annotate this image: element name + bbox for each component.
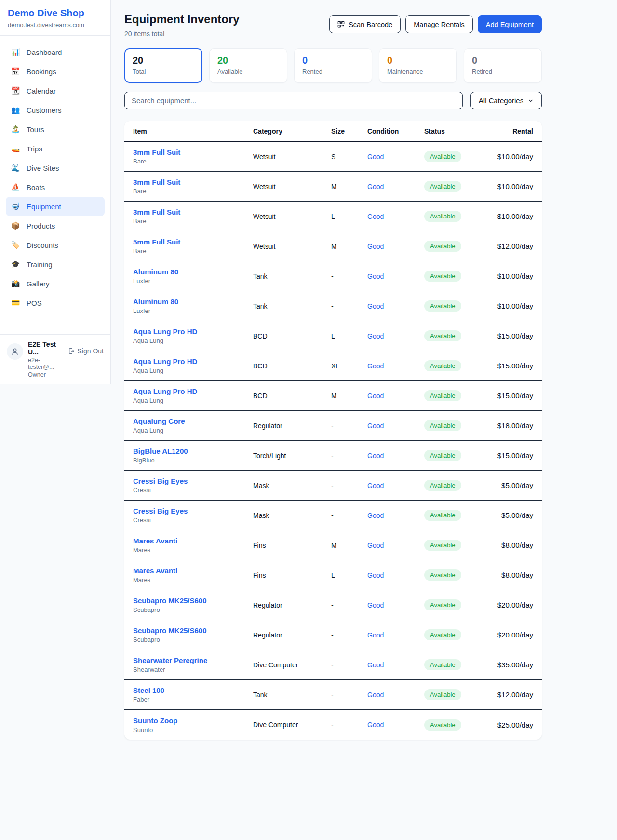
category-cell: Fins xyxy=(253,542,331,549)
condition-link[interactable]: Good xyxy=(367,571,384,579)
manage-rentals-button[interactable]: Manage Rentals xyxy=(405,15,473,33)
item-brand: Cressi xyxy=(133,516,253,524)
status-badge: Available xyxy=(424,211,461,222)
col-size: Size xyxy=(331,127,367,135)
condition-link[interactable]: Good xyxy=(367,512,384,519)
item-cell: Steel 100Faber xyxy=(133,686,253,703)
item-name-link[interactable]: Aqualung Core xyxy=(133,417,253,425)
condition-link[interactable]: Good xyxy=(367,213,384,220)
stat-card-maintenance[interactable]: 0Maintenance xyxy=(379,48,457,83)
sidebar-item-bookings[interactable]: 📅Bookings xyxy=(6,62,105,81)
status-cell: Available xyxy=(424,390,480,401)
item-name-link[interactable]: BigBlue AL1200 xyxy=(133,447,253,455)
sidebar-item-training[interactable]: 🎓Training xyxy=(6,255,105,274)
item-name-link[interactable]: Steel 100 xyxy=(133,686,253,694)
condition-link[interactable]: Good xyxy=(367,243,384,250)
item-name-link[interactable]: Aluminum 80 xyxy=(133,268,253,276)
stat-value: 0 xyxy=(472,55,534,66)
status-cell: Available xyxy=(424,629,480,640)
rental-cell: $35.00/day xyxy=(480,661,533,669)
item-name-link[interactable]: 3mm Full Suit xyxy=(133,178,253,186)
item-cell: 3mm Full SuitBare xyxy=(133,178,253,195)
condition-link[interactable]: Good xyxy=(367,542,384,549)
item-cell: Cressi Big EyesCressi xyxy=(133,507,253,524)
condition-link[interactable]: Good xyxy=(367,631,384,639)
sidebar-item-equipment[interactable]: 🤿Equipment xyxy=(6,197,105,216)
condition-link[interactable]: Good xyxy=(367,153,384,161)
condition-link[interactable]: Good xyxy=(367,482,384,489)
island-icon: 🏝️ xyxy=(11,125,20,134)
item-name-link[interactable]: Suunto Zoop xyxy=(133,717,253,725)
item-cell: Aluminum 80Luxfer xyxy=(133,298,253,314)
sidebar-header: Demo Dive Shop demo.test.divestreams.com xyxy=(0,0,110,35)
item-name-link[interactable]: Cressi Big Eyes xyxy=(133,477,253,485)
item-name-link[interactable]: Mares Avanti xyxy=(133,537,253,545)
item-name-link[interactable]: Scubapro MK25/S600 xyxy=(133,596,253,605)
size-cell: L xyxy=(331,332,367,340)
item-name-link[interactable]: Mares Avanti xyxy=(133,567,253,575)
condition-link[interactable]: Good xyxy=(367,721,384,729)
condition-link[interactable]: Good xyxy=(367,362,384,370)
sidebar-item-gallery[interactable]: 📸Gallery xyxy=(6,274,105,293)
condition-link[interactable]: Good xyxy=(367,422,384,430)
category-cell: Wetsuit xyxy=(253,183,331,190)
qr-code-icon xyxy=(337,21,345,28)
item-name-link[interactable]: Scubapro MK25/S600 xyxy=(133,626,253,635)
sidebar-item-calendar[interactable]: 📆Calendar xyxy=(6,81,105,100)
item-cell: Scubapro MK25/S600Scubapro xyxy=(133,596,253,613)
stat-value: 20 xyxy=(133,55,194,66)
sidebar-item-tours[interactable]: 🏝️Tours xyxy=(6,120,105,139)
condition-link[interactable]: Good xyxy=(367,272,384,280)
stat-card-retired[interactable]: 0Retired xyxy=(464,48,542,83)
item-cell: Mares AvantiMares xyxy=(133,567,253,583)
item-name-link[interactable]: Aqua Lung Pro HD xyxy=(133,357,253,366)
item-name-link[interactable]: 3mm Full Suit xyxy=(133,148,253,156)
item-name-link[interactable]: Cressi Big Eyes xyxy=(133,507,253,515)
status-badge: Available xyxy=(424,271,461,282)
condition-link[interactable]: Good xyxy=(367,691,384,699)
sidebar-item-products[interactable]: 📦Products xyxy=(6,216,105,235)
condition-link[interactable]: Good xyxy=(367,601,384,609)
add-equipment-button[interactable]: Add Equipment xyxy=(478,15,542,33)
condition-link[interactable]: Good xyxy=(367,452,384,460)
stat-card-total[interactable]: 20Total xyxy=(124,48,202,83)
condition-link[interactable]: Good xyxy=(367,183,384,190)
status-cell: Available xyxy=(424,540,480,551)
item-brand: Shearwater xyxy=(133,666,253,673)
table-row: Shearwater PeregrineShearwaterDive Compu… xyxy=(124,650,542,680)
sign-out-button[interactable]: Sign Out xyxy=(67,347,104,355)
condition-link[interactable]: Good xyxy=(367,302,384,310)
item-brand: Aqua Lung xyxy=(133,397,253,404)
sidebar-item-dive-sites[interactable]: 🌊Dive Sites xyxy=(6,158,105,177)
category-cell: BCD xyxy=(253,392,331,400)
condition-cell: Good xyxy=(367,601,424,610)
sidebar-item-boats[interactable]: ⛵Boats xyxy=(6,177,105,197)
status-badge: Available xyxy=(424,629,461,640)
item-name-link[interactable]: 5mm Full Suit xyxy=(133,238,253,246)
item-name-link[interactable]: Shearwater Peregrine xyxy=(133,656,253,664)
condition-cell: Good xyxy=(367,481,424,490)
table-row: 3mm Full SuitBareWetsuitSGoodAvailable$1… xyxy=(124,142,542,172)
item-name-link[interactable]: 3mm Full Suit xyxy=(133,208,253,216)
status-badge: Available xyxy=(424,360,461,371)
condition-cell: Good xyxy=(367,631,424,639)
sidebar-item-trips[interactable]: 🚤Trips xyxy=(6,139,105,158)
status-cell: Available xyxy=(424,689,480,700)
sidebar-item-dashboard[interactable]: 📊Dashboard xyxy=(6,42,105,62)
condition-link[interactable]: Good xyxy=(367,332,384,340)
status-badge: Available xyxy=(424,510,461,521)
item-name-link[interactable]: Aqua Lung Pro HD xyxy=(133,387,253,395)
item-name-link[interactable]: Aluminum 80 xyxy=(133,298,253,306)
sidebar-item-discounts[interactable]: 🏷️Discounts xyxy=(6,235,105,255)
stat-card-rented[interactable]: 0Rented xyxy=(294,48,372,83)
condition-link[interactable]: Good xyxy=(367,661,384,669)
condition-link[interactable]: Good xyxy=(367,392,384,400)
status-cell: Available xyxy=(424,480,480,491)
category-select[interactable]: All Categories xyxy=(470,92,542,109)
sidebar-item-pos[interactable]: 💳POS xyxy=(6,293,105,312)
sidebar-item-customers[interactable]: 👥Customers xyxy=(6,100,105,120)
search-input[interactable] xyxy=(124,92,463,109)
item-name-link[interactable]: Aqua Lung Pro HD xyxy=(133,327,253,336)
stat-card-available[interactable]: 20Available xyxy=(209,48,287,83)
scan-barcode-button[interactable]: Scan Barcode xyxy=(329,15,401,33)
